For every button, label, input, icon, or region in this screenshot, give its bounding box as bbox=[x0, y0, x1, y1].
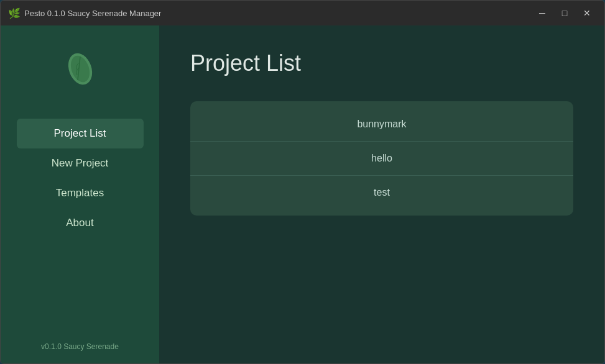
leaf-icon bbox=[62, 50, 99, 88]
project-list-container: bunnymark hello test bbox=[190, 101, 573, 216]
logo bbox=[62, 50, 99, 88]
close-button[interactable]: ✕ bbox=[577, 4, 597, 22]
nav-items: Project List New Project Templates About bbox=[1, 119, 159, 238]
app-icon: 🌿 bbox=[8, 7, 19, 19]
version-label: v0.1.0 Saucy Serenade bbox=[41, 342, 119, 351]
app-window: 🌿 Pesto 0.1.0 Saucy Serenade Manager ─ □… bbox=[0, 0, 605, 364]
page-title: Project List bbox=[190, 50, 573, 76]
window-controls: ─ □ ✕ bbox=[532, 4, 597, 22]
project-item-hello[interactable]: hello bbox=[190, 142, 573, 176]
main-panel: Project List bunnymark hello test bbox=[159, 25, 604, 363]
sidebar-item-templates[interactable]: Templates bbox=[17, 178, 144, 208]
titlebar: 🌿 Pesto 0.1.0 Saucy Serenade Manager ─ □… bbox=[1, 1, 604, 25]
main-content: Project List New Project Templates About… bbox=[1, 25, 604, 363]
project-item-bunnymark[interactable]: bunnymark bbox=[190, 107, 573, 142]
sidebar-item-project-list[interactable]: Project List bbox=[17, 119, 144, 148]
maximize-button[interactable]: □ bbox=[555, 4, 575, 22]
minimize-button[interactable]: ─ bbox=[532, 4, 552, 22]
sidebar: Project List New Project Templates About… bbox=[1, 25, 159, 363]
window-title: Pesto 0.1.0 Saucy Serenade Manager bbox=[24, 9, 527, 18]
sidebar-item-new-project[interactable]: New Project bbox=[17, 148, 144, 178]
project-item-test[interactable]: test bbox=[190, 176, 573, 209]
sidebar-item-about[interactable]: About bbox=[17, 208, 144, 238]
